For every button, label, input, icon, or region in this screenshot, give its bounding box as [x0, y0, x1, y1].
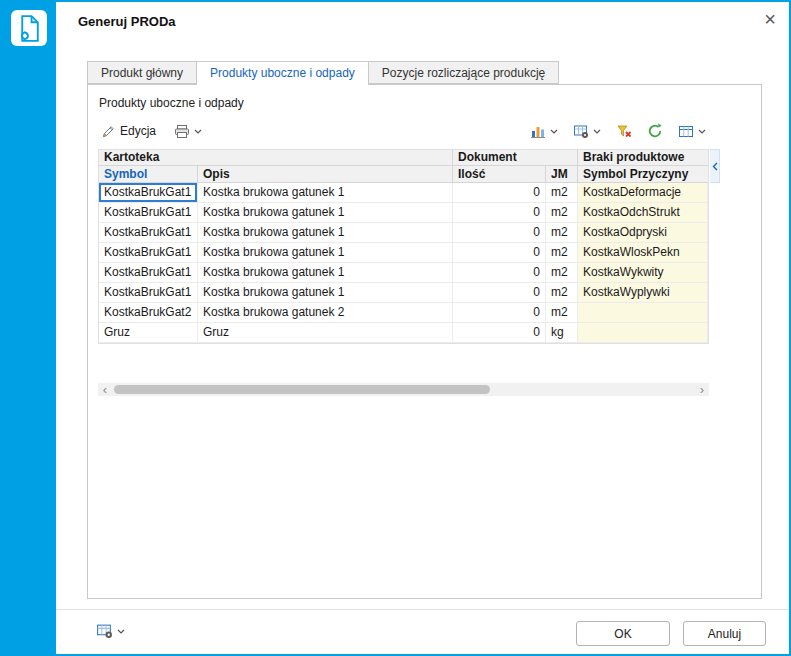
- grid-group-header: Kartoteka Dokument Braki produktowe: [99, 150, 708, 166]
- cell-ilosc[interactable]: 0: [453, 263, 546, 283]
- print-button[interactable]: [171, 122, 205, 141]
- cell-jm[interactable]: m2: [546, 263, 578, 283]
- table-row[interactable]: KostkaBrukGat1 Kostka brukowa gatunek 1 …: [99, 263, 708, 283]
- cell-symbol[interactable]: KostkaBrukGat2: [99, 303, 198, 323]
- bar-chart-icon: [530, 124, 546, 139]
- cell-symbol-przyczyny[interactable]: KostkaDeformacje: [578, 183, 708, 203]
- table-row[interactable]: Gruz Gruz 0 kg: [99, 323, 708, 343]
- close-icon[interactable]: ×: [764, 8, 776, 30]
- chart-button[interactable]: [527, 122, 561, 141]
- cell-symbol[interactable]: KostkaBrukGat1: [99, 263, 198, 283]
- grid-settings-button[interactable]: [570, 122, 604, 141]
- scrollbar-thumb[interactable]: [114, 385, 490, 394]
- cell-ilosc[interactable]: 0: [453, 183, 546, 203]
- dialog-footer: OK Anuluj: [56, 609, 789, 654]
- cell-opis[interactable]: Kostka brukowa gatunek 2: [198, 303, 453, 323]
- grid-column-header: Symbol Opis Ilość JM Symbol Przyczyny: [99, 166, 708, 183]
- cell-symbol[interactable]: KostkaBrukGat1: [99, 243, 198, 263]
- tab-pozycje-rozliczajace[interactable]: Pozycje rozliczające produkcję: [368, 61, 559, 84]
- cell-opis[interactable]: Kostka brukowa gatunek 1: [198, 243, 453, 263]
- cell-symbol-przyczyny[interactable]: KostkaWykwity: [578, 263, 708, 283]
- titlebar: Generuj PRODa ×: [56, 2, 789, 46]
- cell-opis[interactable]: Kostka brukowa gatunek 1: [198, 183, 453, 203]
- table-row[interactable]: KostkaBrukGat1 Kostka brukowa gatunek 1 …: [99, 243, 708, 263]
- group-header-braki[interactable]: Braki produktowe: [578, 150, 708, 166]
- grid-toolbar: Edycja: [98, 118, 709, 144]
- page-title: Generuj PRODa: [78, 14, 176, 29]
- cell-opis[interactable]: Kostka brukowa gatunek 1: [198, 223, 453, 243]
- filter-clear-icon: [616, 124, 632, 139]
- cell-jm[interactable]: m2: [546, 303, 578, 323]
- cell-symbol-przyczyny[interactable]: [578, 323, 708, 343]
- table-gear-icon: [573, 124, 589, 139]
- cell-opis[interactable]: Kostka brukowa gatunek 1: [198, 263, 453, 283]
- table-row[interactable]: KostkaBrukGat1 Kostka brukowa gatunek 1 …: [99, 223, 708, 243]
- column-header-ilosc[interactable]: Ilość: [453, 166, 546, 183]
- table-row[interactable]: KostkaBrukGat2 Kostka brukowa gatunek 2 …: [99, 303, 708, 323]
- collapse-panel-icon[interactable]: [710, 149, 720, 183]
- chevron-down-icon: [550, 129, 558, 134]
- column-header-symbol[interactable]: Symbol: [99, 166, 198, 183]
- chevron-down-icon: [698, 129, 706, 134]
- tab-bar: Produkt główny Produkty uboczne i odpady…: [87, 61, 559, 85]
- cell-ilosc[interactable]: 0: [453, 223, 546, 243]
- cell-symbol-przyczyny[interactable]: KostkaOdchStrukt: [578, 203, 708, 223]
- cell-jm[interactable]: m2: [546, 183, 578, 203]
- section-title: Produkty uboczne i odpady: [99, 96, 244, 110]
- cell-symbol[interactable]: KostkaBrukGat1: [99, 183, 198, 203]
- clear-filter-button[interactable]: [613, 122, 635, 141]
- chevron-down-icon: [593, 129, 601, 134]
- cell-jm[interactable]: m2: [546, 203, 578, 223]
- cell-symbol[interactable]: KostkaBrukGat1: [99, 203, 198, 223]
- cell-symbol-przyczyny[interactable]: [578, 303, 708, 323]
- cell-ilosc[interactable]: 0: [453, 303, 546, 323]
- cell-jm[interactable]: m2: [546, 283, 578, 303]
- cell-symbol-przyczyny[interactable]: KostkaOdpryski: [578, 223, 708, 243]
- group-header-kartoteka[interactable]: Kartoteka: [99, 150, 453, 166]
- cell-ilosc[interactable]: 0: [453, 243, 546, 263]
- cell-symbol-przyczyny[interactable]: KostkaWyplywki: [578, 283, 708, 303]
- cell-ilosc[interactable]: 0: [453, 203, 546, 223]
- cell-symbol[interactable]: KostkaBrukGat1: [99, 223, 198, 243]
- refresh-button[interactable]: [644, 121, 666, 141]
- edit-button-label: Edycja: [120, 124, 156, 138]
- table-row[interactable]: KostkaBrukGat1 Kostka brukowa gatunek 1 …: [99, 203, 708, 223]
- products-grid: Kartoteka Dokument Braki produktowe Symb…: [98, 149, 709, 344]
- document-gear-icon: [11, 10, 47, 46]
- printer-icon: [174, 124, 190, 139]
- footer-settings-button[interactable]: [96, 623, 125, 639]
- horizontal-scrollbar[interactable]: ‹ ›: [98, 383, 709, 396]
- cell-symbol[interactable]: Gruz: [99, 323, 198, 343]
- edit-button[interactable]: Edycja: [98, 122, 159, 141]
- scroll-right-arrow[interactable]: ›: [695, 383, 709, 396]
- sidebar-strip: [2, 2, 56, 654]
- dialog-generuj-proda: Generuj PRODa × Produkt główny Produkty …: [0, 0, 791, 656]
- ok-button[interactable]: OK: [576, 621, 670, 646]
- chevron-down-icon: [117, 629, 125, 634]
- cell-opis[interactable]: Kostka brukowa gatunek 1: [198, 283, 453, 303]
- table-row[interactable]: KostkaBrukGat1 Kostka brukowa gatunek 1 …: [99, 183, 708, 203]
- tab-produkt-glowny[interactable]: Produkt główny: [87, 61, 197, 84]
- cell-symbol-przyczyny[interactable]: KostkaWloskPekn: [578, 243, 708, 263]
- cancel-button[interactable]: Anuluj: [683, 621, 766, 646]
- pencil-icon: [101, 124, 116, 139]
- tab-produkty-uboczne[interactable]: Produkty uboczne i odpady: [196, 61, 369, 85]
- column-header-symbol-przyczyny[interactable]: Symbol Przyczyny: [578, 166, 708, 183]
- cell-jm[interactable]: m2: [546, 223, 578, 243]
- group-header-dokument[interactable]: Dokument: [453, 150, 578, 166]
- cell-jm[interactable]: m2: [546, 243, 578, 263]
- cell-opis[interactable]: Gruz: [198, 323, 453, 343]
- scroll-left-arrow[interactable]: ‹: [98, 383, 112, 396]
- grid-body: KostkaBrukGat1 Kostka brukowa gatunek 1 …: [99, 183, 708, 343]
- column-chooser-button[interactable]: [675, 122, 709, 141]
- table-row[interactable]: KostkaBrukGat1 Kostka brukowa gatunek 1 …: [99, 283, 708, 303]
- cell-ilosc[interactable]: 0: [453, 283, 546, 303]
- cell-ilosc[interactable]: 0: [453, 323, 546, 343]
- chevron-down-icon: [194, 129, 202, 134]
- cell-symbol[interactable]: KostkaBrukGat1: [99, 283, 198, 303]
- cell-jm[interactable]: kg: [546, 323, 578, 343]
- cell-opis[interactable]: Kostka brukowa gatunek 1: [198, 203, 453, 223]
- column-header-jm[interactable]: JM: [546, 166, 578, 183]
- table-gear-icon: [96, 623, 113, 639]
- column-header-opis[interactable]: Opis: [198, 166, 453, 183]
